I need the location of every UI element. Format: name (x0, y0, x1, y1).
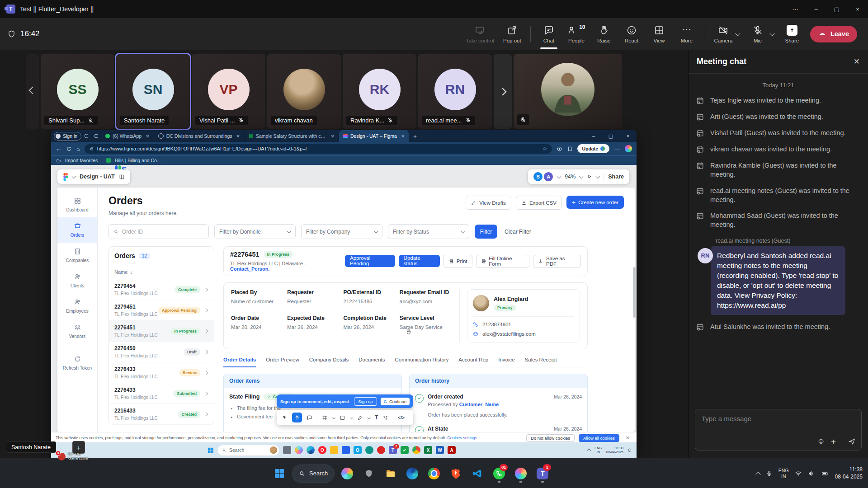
text-tool-icon[interactable]: T (375, 414, 378, 421)
browser-profile-avatar[interactable] (625, 145, 632, 152)
collaborator-avatar[interactable]: A (543, 172, 553, 182)
mic-button[interactable]: Mic (748, 25, 767, 43)
bookmark-star-icon[interactable]: ☆ (542, 145, 547, 152)
video-tile-active-speaker[interactable]: SN Santosh Narate (116, 54, 190, 129)
figma-logo-icon[interactable] (63, 173, 68, 181)
chevron-down-icon[interactable] (557, 174, 561, 178)
order-row[interactable]: 2216433TL Flex Holdings LLC Created (109, 404, 214, 425)
battery-icon[interactable] (821, 470, 829, 477)
layout-icon[interactable] (119, 174, 125, 180)
order-row[interactable]: 2279451TL Flex Holdings LLC Approval Pen… (109, 300, 214, 321)
shared-clock[interactable]: 11:3808-04-2025 (606, 446, 623, 454)
video-tile[interactable]: vikram chavan (267, 54, 341, 129)
order-row[interactable]: 2279454TL Flex Holdings LLC Complete (109, 279, 214, 300)
chat-input-box[interactable]: ☺ + (695, 409, 862, 450)
chevron-down-icon[interactable] (368, 416, 371, 419)
leave-button[interactable]: Leave (810, 26, 857, 42)
tab-company-details[interactable]: Company Details (309, 357, 349, 367)
taskbar-search[interactable]: Search (292, 465, 335, 483)
edge-button[interactable] (403, 463, 421, 484)
message-input[interactable] (701, 414, 850, 436)
chat-close-icon[interactable]: ✕ (854, 57, 860, 66)
figma-doc-name[interactable]: Design - UAT (80, 174, 115, 180)
comment-tool-icon[interactable] (307, 415, 312, 421)
tab-communication-history[interactable]: Communication History (395, 357, 448, 367)
chrome-icon[interactable] (412, 446, 420, 454)
opera-icon[interactable]: O (318, 446, 326, 454)
browser-close-button[interactable]: × (619, 130, 637, 142)
volume-icon[interactable] (808, 470, 815, 477)
wifi-icon[interactable] (795, 470, 802, 477)
sidebar-item-employees[interactable]: Employees (57, 293, 97, 319)
cookies-settings-link[interactable]: Cookies settings (447, 436, 477, 440)
window-close-button[interactable]: × (847, 0, 868, 18)
update-status-button[interactable]: Update status (399, 255, 440, 267)
new-tab-button[interactable]: + (413, 133, 417, 140)
signup-button[interactable]: Sign up (354, 397, 377, 406)
tab-documents[interactable]: Documents (359, 357, 385, 367)
deny-cookies-button[interactable]: Do not allow cookies (526, 434, 575, 442)
google-continue-button[interactable]: G Continue (381, 398, 410, 405)
start-button[interactable] (270, 463, 288, 484)
chevron-down-icon[interactable] (332, 416, 335, 419)
tab-close-icon[interactable]: ✕ (146, 134, 149, 139)
tab-order-details[interactable]: Order Details (223, 357, 256, 367)
window-maximize-button[interactable]: ▢ (826, 0, 847, 18)
file-explorer-button[interactable] (382, 463, 400, 484)
shared-search-box[interactable]: Search (217, 445, 279, 456)
teams-button[interactable]: T 1 (533, 463, 552, 484)
browser-tab[interactable]: DC Divisions and Surroundings✕ (154, 130, 245, 142)
pen-tool-icon[interactable] (357, 415, 363, 421)
contact-email[interactable]: alex@vstatefilings.com (473, 331, 574, 337)
notification-icon[interactable] (627, 448, 632, 452)
share-button[interactable]: Share (783, 25, 802, 43)
emoji-icon[interactable]: ☺ (817, 437, 825, 446)
approval-pending-button[interactable]: Approval Pending (345, 255, 395, 267)
tray-expand-icon[interactable] (755, 472, 760, 477)
allow-cookies-button[interactable]: Allow all cookies (579, 434, 619, 442)
react-button[interactable]: React (622, 25, 641, 43)
browser-tab-active[interactable]: Design - UAT – Figma✕ (339, 130, 409, 142)
move-tool-icon[interactable] (282, 415, 288, 421)
collaborator-avatar[interactable]: S (533, 172, 542, 181)
order-row[interactable]: 2276433TL Flex Holdings LLC Review (109, 362, 214, 383)
sidebar-item-vendors[interactable]: Vendors (57, 319, 97, 344)
more-button[interactable]: ⋯ More (677, 25, 696, 43)
language-indicator[interactable]: ENGIN (778, 468, 789, 479)
copilot-button[interactable] (338, 463, 356, 484)
sidebar-item-companies[interactable]: Companies (57, 243, 97, 268)
colorful-app-button[interactable] (512, 463, 530, 484)
camera-button[interactable]: Camera (714, 25, 733, 43)
save-as-pdf-button[interactable]: Save as PDF (533, 255, 581, 268)
mic-options-chevron-icon[interactable] (769, 31, 774, 36)
chevron-down-icon[interactable] (350, 416, 353, 419)
export-csv-button[interactable]: Export CSV (516, 196, 562, 210)
present-icon[interactable] (587, 174, 592, 179)
back-icon[interactable]: ← (56, 145, 61, 152)
clear-filter-button[interactable]: Clear Filter (505, 229, 531, 235)
browser-tab[interactable]: (6) WhatsApp✕ (101, 130, 154, 142)
list-column-header[interactable]: Name↓ (109, 265, 214, 279)
customer-name-link[interactable]: Customer_Name (459, 402, 499, 407)
tab-order-preview[interactable]: Order Preview (266, 357, 299, 367)
figma-share-button[interactable]: Share (608, 174, 624, 180)
todo-icon[interactable]: ✓ (401, 446, 409, 454)
chevron-down-icon[interactable] (72, 174, 76, 178)
favorites-import[interactable]: Import favorites (65, 158, 98, 163)
dev-mode-icon[interactable]: </> (398, 415, 404, 420)
refresh-icon[interactable] (66, 146, 72, 152)
view-drafts-button[interactable]: View Drafts (466, 196, 511, 210)
favorites-bills[interactable]: Bills | Billing and Co... (115, 158, 160, 163)
page-scrollbar[interactable] (633, 267, 636, 318)
print-button[interactable]: Print (443, 255, 472, 268)
word-icon[interactable]: W (436, 446, 444, 454)
tiles-scroll-right-button[interactable] (494, 54, 512, 129)
video-tile[interactable]: SS Shivani Sup... (41, 54, 114, 129)
browser-update-button[interactable]: Update (577, 144, 609, 153)
vscode-button[interactable] (468, 463, 486, 484)
acrobat-icon[interactable]: A (448, 446, 456, 454)
filter-status-select[interactable]: Filter by Status (388, 224, 469, 239)
sidebar-item-refresh-token[interactable]: Refresh Token (57, 350, 97, 375)
create-new-order-button[interactable]: + Create new order (566, 196, 624, 209)
camera-options-chevron-icon[interactable] (735, 31, 740, 36)
